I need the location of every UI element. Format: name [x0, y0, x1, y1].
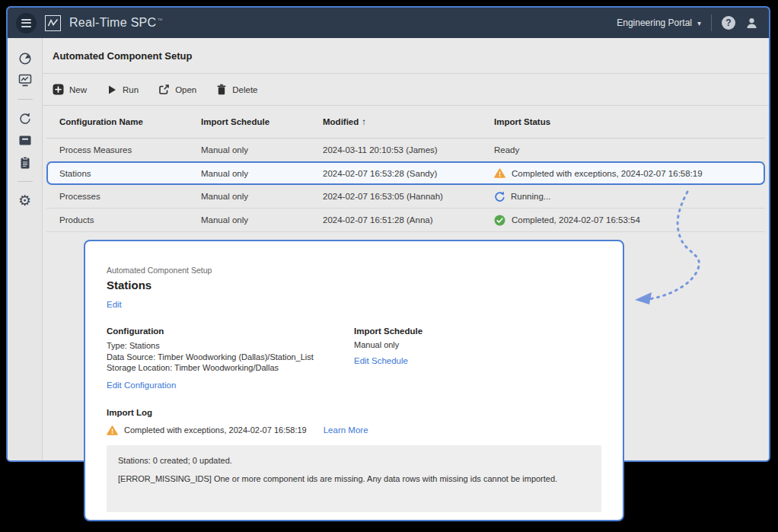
- import-schedule-value: Manual only: [354, 340, 422, 349]
- archive-box-icon[interactable]: [8, 129, 43, 151]
- column-header-modified[interactable]: Modified↑: [323, 117, 494, 126]
- sort-ascending-icon: ↑: [362, 117, 366, 126]
- refresh-running-icon: [494, 191, 505, 202]
- trademark: ™: [157, 18, 162, 23]
- app-title: Real-Time SPC™: [69, 16, 163, 30]
- import-schedule-section: Import Schedule Manual only Edit Schedul…: [354, 327, 422, 391]
- import-log-section: Import Log Completed with exceptions, 20…: [107, 408, 601, 512]
- page-header: Automated Component Setup: [43, 38, 769, 74]
- status-completed-with-exceptions: Completed with exceptions, 2024-02-07 16…: [494, 168, 752, 178]
- status-completed: Completed, 2024-02-07 16:53:54: [494, 215, 752, 226]
- warning-icon: [494, 168, 505, 178]
- edit-schedule-link[interactable]: Edit Schedule: [354, 356, 408, 365]
- app-logo-icon: [45, 15, 61, 31]
- configuration-heading: Configuration: [107, 327, 354, 336]
- plus-square-icon: [53, 84, 64, 95]
- new-button[interactable]: New: [45, 78, 94, 101]
- open-external-icon: [158, 84, 170, 95]
- configuration-section: Configuration Type: Stations Data Source…: [107, 327, 354, 391]
- topbar-right: Engineering Portal ▾ ?: [617, 14, 758, 31]
- table-row-products[interactable]: Products Manual only 2024-02-07 16:51:28…: [46, 209, 765, 232]
- column-header-configuration-name[interactable]: Configuration Name: [59, 117, 201, 126]
- configurations-table: Configuration Name Import Schedule Modif…: [46, 106, 765, 232]
- detail-columns: Configuration Type: Stations Data Source…: [107, 327, 601, 391]
- portal-label: Engineering Portal: [617, 18, 692, 28]
- table-row-processes[interactable]: Processes Manual only 2024-02-07 16:53:0…: [46, 185, 765, 209]
- import-schedule-heading: Import Schedule: [354, 327, 422, 336]
- run-button[interactable]: Run: [99, 78, 146, 101]
- toolbar: New Run Open: [43, 74, 769, 106]
- portal-selector[interactable]: Engineering Portal ▾: [617, 18, 701, 28]
- column-header-import-status[interactable]: Import Status: [494, 117, 752, 126]
- topbar-divider: [711, 14, 712, 31]
- play-icon: [107, 84, 117, 95]
- edit-link[interactable]: Edit: [107, 300, 122, 309]
- detail-title: Stations: [107, 279, 601, 291]
- monitor-chart-icon[interactable]: [8, 69, 43, 91]
- log-line-summary: Stations: 0 created; 0 updated.: [118, 455, 590, 466]
- clipboard-icon[interactable]: [8, 151, 43, 174]
- delete-button[interactable]: Delete: [209, 78, 265, 101]
- help-icon[interactable]: ?: [722, 16, 735, 30]
- screenshot-root: { "topbar": { "app_title": "Real-Time SP…: [0, 0, 778, 532]
- table-header-row: Configuration Name Import Schedule Modif…: [46, 106, 765, 139]
- trash-icon: [216, 84, 227, 95]
- import-log-status: Completed with exceptions, 2024-02-07 16…: [107, 425, 601, 435]
- status-running: Running...: [494, 191, 752, 202]
- chevron-down-icon: ▾: [697, 19, 701, 27]
- sync-icon[interactable]: [8, 107, 43, 129]
- edit-configuration-link[interactable]: Edit Configuration: [107, 381, 176, 390]
- learn-more-link[interactable]: Learn More: [324, 425, 368, 435]
- user-account-icon[interactable]: [745, 17, 758, 30]
- import-log-output: Stations: 0 created; 0 updated. [ERROR_M…: [107, 445, 601, 512]
- page-title: Automated Component Setup: [53, 50, 192, 62]
- column-header-import-schedule[interactable]: Import Schedule: [201, 117, 323, 126]
- open-button[interactable]: Open: [151, 78, 204, 101]
- config-storage-location: Storage Location: Timber Woodworking/Dal…: [107, 362, 354, 374]
- log-status-text: Completed with exceptions, 2024-02-07 16…: [124, 425, 307, 435]
- settings-gear-icon[interactable]: ⚙: [8, 190, 43, 212]
- sidebar-divider: [18, 181, 33, 182]
- status-ready: Ready: [494, 145, 752, 155]
- sidebar-divider: [18, 99, 33, 100]
- sidebar-nav: ⚙: [8, 38, 43, 460]
- config-type: Type: Stations: [107, 340, 354, 352]
- detail-panel: Automated Component Setup Stations Edit …: [84, 240, 624, 521]
- check-circle-icon: [494, 215, 505, 226]
- table-row-stations-selected[interactable]: Stations Manual only 2024-02-07 16:53:28…: [46, 161, 765, 185]
- top-bar: Real-Time SPC™ Engineering Portal ▾ ?: [8, 8, 769, 38]
- log-line-error: [ERROR_MISSING_IDS] One or more componen…: [118, 473, 590, 484]
- config-data-source: Data Source: Timber Woodworking (Dallas)…: [107, 352, 354, 363]
- hamburger-menu-icon[interactable]: [16, 13, 37, 33]
- import-log-heading: Import Log: [107, 408, 601, 417]
- dashboard-gauge-icon[interactable]: [8, 47, 43, 69]
- table-row-process-measures[interactable]: Process Measures Manual only 2024-03-11 …: [46, 139, 765, 162]
- breadcrumb: Automated Component Setup: [107, 266, 601, 275]
- warning-icon: [107, 425, 118, 435]
